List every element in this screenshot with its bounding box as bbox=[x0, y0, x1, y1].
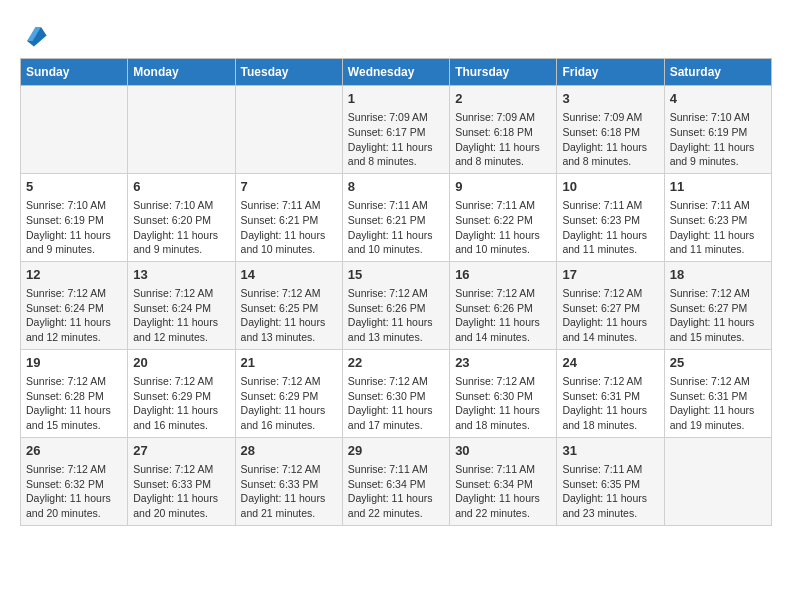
calendar-week-row: 1Sunrise: 7:09 AMSunset: 6:17 PMDaylight… bbox=[21, 86, 772, 174]
day-info: Sunrise: 7:11 AMSunset: 6:21 PMDaylight:… bbox=[241, 198, 337, 257]
calendar-cell: 14Sunrise: 7:12 AMSunset: 6:25 PMDayligh… bbox=[235, 261, 342, 349]
day-info: Sunrise: 7:12 AMSunset: 6:27 PMDaylight:… bbox=[562, 286, 658, 345]
day-info: Sunrise: 7:09 AMSunset: 6:18 PMDaylight:… bbox=[562, 110, 658, 169]
logo bbox=[20, 20, 50, 48]
weekday-header-wednesday: Wednesday bbox=[342, 59, 449, 86]
calendar-cell: 26Sunrise: 7:12 AMSunset: 6:32 PMDayligh… bbox=[21, 437, 128, 525]
calendar-cell: 13Sunrise: 7:12 AMSunset: 6:24 PMDayligh… bbox=[128, 261, 235, 349]
day-number: 9 bbox=[455, 178, 551, 196]
day-info: Sunrise: 7:12 AMSunset: 6:33 PMDaylight:… bbox=[241, 462, 337, 521]
day-info: Sunrise: 7:11 AMSunset: 6:23 PMDaylight:… bbox=[562, 198, 658, 257]
day-number: 28 bbox=[241, 442, 337, 460]
day-number: 15 bbox=[348, 266, 444, 284]
calendar-week-row: 5Sunrise: 7:10 AMSunset: 6:19 PMDaylight… bbox=[21, 173, 772, 261]
day-number: 11 bbox=[670, 178, 766, 196]
weekday-header-monday: Monday bbox=[128, 59, 235, 86]
logo-icon bbox=[20, 20, 48, 48]
calendar-cell: 3Sunrise: 7:09 AMSunset: 6:18 PMDaylight… bbox=[557, 86, 664, 174]
day-number: 6 bbox=[133, 178, 229, 196]
calendar-cell: 25Sunrise: 7:12 AMSunset: 6:31 PMDayligh… bbox=[664, 349, 771, 437]
calendar-cell: 17Sunrise: 7:12 AMSunset: 6:27 PMDayligh… bbox=[557, 261, 664, 349]
calendar-cell: 30Sunrise: 7:11 AMSunset: 6:34 PMDayligh… bbox=[450, 437, 557, 525]
calendar-cell: 21Sunrise: 7:12 AMSunset: 6:29 PMDayligh… bbox=[235, 349, 342, 437]
calendar-cell: 20Sunrise: 7:12 AMSunset: 6:29 PMDayligh… bbox=[128, 349, 235, 437]
day-info: Sunrise: 7:11 AMSunset: 6:34 PMDaylight:… bbox=[348, 462, 444, 521]
calendar-week-row: 26Sunrise: 7:12 AMSunset: 6:32 PMDayligh… bbox=[21, 437, 772, 525]
day-info: Sunrise: 7:11 AMSunset: 6:35 PMDaylight:… bbox=[562, 462, 658, 521]
calendar-cell: 18Sunrise: 7:12 AMSunset: 6:27 PMDayligh… bbox=[664, 261, 771, 349]
day-info: Sunrise: 7:12 AMSunset: 6:30 PMDaylight:… bbox=[348, 374, 444, 433]
day-number: 22 bbox=[348, 354, 444, 372]
calendar-cell: 19Sunrise: 7:12 AMSunset: 6:28 PMDayligh… bbox=[21, 349, 128, 437]
day-info: Sunrise: 7:12 AMSunset: 6:27 PMDaylight:… bbox=[670, 286, 766, 345]
day-info: Sunrise: 7:12 AMSunset: 6:31 PMDaylight:… bbox=[670, 374, 766, 433]
calendar-cell: 24Sunrise: 7:12 AMSunset: 6:31 PMDayligh… bbox=[557, 349, 664, 437]
day-info: Sunrise: 7:10 AMSunset: 6:20 PMDaylight:… bbox=[133, 198, 229, 257]
day-info: Sunrise: 7:10 AMSunset: 6:19 PMDaylight:… bbox=[670, 110, 766, 169]
day-info: Sunrise: 7:09 AMSunset: 6:17 PMDaylight:… bbox=[348, 110, 444, 169]
calendar-table: SundayMondayTuesdayWednesdayThursdayFrid… bbox=[20, 58, 772, 526]
calendar-cell bbox=[664, 437, 771, 525]
day-number: 31 bbox=[562, 442, 658, 460]
day-info: Sunrise: 7:11 AMSunset: 6:23 PMDaylight:… bbox=[670, 198, 766, 257]
calendar-cell: 16Sunrise: 7:12 AMSunset: 6:26 PMDayligh… bbox=[450, 261, 557, 349]
day-info: Sunrise: 7:12 AMSunset: 6:26 PMDaylight:… bbox=[455, 286, 551, 345]
day-info: Sunrise: 7:12 AMSunset: 6:33 PMDaylight:… bbox=[133, 462, 229, 521]
day-number: 29 bbox=[348, 442, 444, 460]
day-info: Sunrise: 7:12 AMSunset: 6:25 PMDaylight:… bbox=[241, 286, 337, 345]
day-number: 14 bbox=[241, 266, 337, 284]
calendar-cell: 8Sunrise: 7:11 AMSunset: 6:21 PMDaylight… bbox=[342, 173, 449, 261]
calendar-cell: 9Sunrise: 7:11 AMSunset: 6:22 PMDaylight… bbox=[450, 173, 557, 261]
weekday-header-row: SundayMondayTuesdayWednesdayThursdayFrid… bbox=[21, 59, 772, 86]
day-number: 30 bbox=[455, 442, 551, 460]
day-info: Sunrise: 7:12 AMSunset: 6:24 PMDaylight:… bbox=[26, 286, 122, 345]
weekday-header-thursday: Thursday bbox=[450, 59, 557, 86]
calendar-cell: 10Sunrise: 7:11 AMSunset: 6:23 PMDayligh… bbox=[557, 173, 664, 261]
calendar-cell bbox=[235, 86, 342, 174]
day-number: 5 bbox=[26, 178, 122, 196]
day-info: Sunrise: 7:12 AMSunset: 6:24 PMDaylight:… bbox=[133, 286, 229, 345]
calendar-cell: 2Sunrise: 7:09 AMSunset: 6:18 PMDaylight… bbox=[450, 86, 557, 174]
day-number: 16 bbox=[455, 266, 551, 284]
day-info: Sunrise: 7:12 AMSunset: 6:32 PMDaylight:… bbox=[26, 462, 122, 521]
day-number: 17 bbox=[562, 266, 658, 284]
day-info: Sunrise: 7:11 AMSunset: 6:21 PMDaylight:… bbox=[348, 198, 444, 257]
calendar-cell: 11Sunrise: 7:11 AMSunset: 6:23 PMDayligh… bbox=[664, 173, 771, 261]
calendar-cell: 12Sunrise: 7:12 AMSunset: 6:24 PMDayligh… bbox=[21, 261, 128, 349]
day-number: 18 bbox=[670, 266, 766, 284]
day-number: 13 bbox=[133, 266, 229, 284]
day-number: 4 bbox=[670, 90, 766, 108]
calendar-cell: 29Sunrise: 7:11 AMSunset: 6:34 PMDayligh… bbox=[342, 437, 449, 525]
weekday-header-friday: Friday bbox=[557, 59, 664, 86]
day-info: Sunrise: 7:12 AMSunset: 6:29 PMDaylight:… bbox=[133, 374, 229, 433]
calendar-cell bbox=[21, 86, 128, 174]
calendar-cell: 1Sunrise: 7:09 AMSunset: 6:17 PMDaylight… bbox=[342, 86, 449, 174]
day-number: 26 bbox=[26, 442, 122, 460]
calendar-week-row: 12Sunrise: 7:12 AMSunset: 6:24 PMDayligh… bbox=[21, 261, 772, 349]
weekday-header-tuesday: Tuesday bbox=[235, 59, 342, 86]
day-info: Sunrise: 7:09 AMSunset: 6:18 PMDaylight:… bbox=[455, 110, 551, 169]
day-info: Sunrise: 7:11 AMSunset: 6:34 PMDaylight:… bbox=[455, 462, 551, 521]
day-number: 19 bbox=[26, 354, 122, 372]
calendar-week-row: 19Sunrise: 7:12 AMSunset: 6:28 PMDayligh… bbox=[21, 349, 772, 437]
day-number: 10 bbox=[562, 178, 658, 196]
calendar-cell: 5Sunrise: 7:10 AMSunset: 6:19 PMDaylight… bbox=[21, 173, 128, 261]
calendar-cell: 22Sunrise: 7:12 AMSunset: 6:30 PMDayligh… bbox=[342, 349, 449, 437]
day-info: Sunrise: 7:12 AMSunset: 6:31 PMDaylight:… bbox=[562, 374, 658, 433]
weekday-header-sunday: Sunday bbox=[21, 59, 128, 86]
day-number: 12 bbox=[26, 266, 122, 284]
calendar-cell: 27Sunrise: 7:12 AMSunset: 6:33 PMDayligh… bbox=[128, 437, 235, 525]
day-number: 24 bbox=[562, 354, 658, 372]
day-number: 3 bbox=[562, 90, 658, 108]
day-number: 23 bbox=[455, 354, 551, 372]
day-number: 25 bbox=[670, 354, 766, 372]
day-number: 1 bbox=[348, 90, 444, 108]
day-number: 21 bbox=[241, 354, 337, 372]
day-info: Sunrise: 7:11 AMSunset: 6:22 PMDaylight:… bbox=[455, 198, 551, 257]
calendar-cell: 6Sunrise: 7:10 AMSunset: 6:20 PMDaylight… bbox=[128, 173, 235, 261]
day-number: 8 bbox=[348, 178, 444, 196]
day-info: Sunrise: 7:10 AMSunset: 6:19 PMDaylight:… bbox=[26, 198, 122, 257]
day-info: Sunrise: 7:12 AMSunset: 6:29 PMDaylight:… bbox=[241, 374, 337, 433]
day-number: 27 bbox=[133, 442, 229, 460]
day-info: Sunrise: 7:12 AMSunset: 6:26 PMDaylight:… bbox=[348, 286, 444, 345]
